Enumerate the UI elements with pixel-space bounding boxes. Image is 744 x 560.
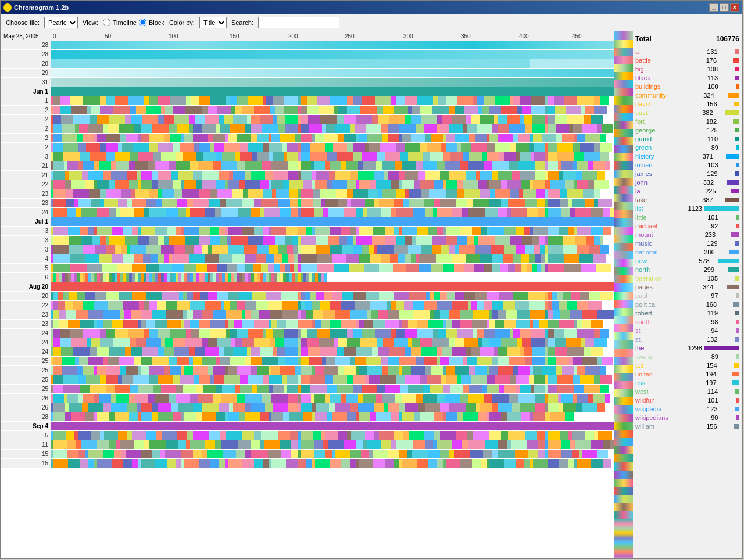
legend-item[interactable]: music129 [635, 239, 739, 247]
legend-item-count: 110 [698, 135, 718, 142]
row-label: 28 [1, 59, 51, 68]
legend-item[interactable]: william156 [635, 422, 739, 430]
legend-item[interactable]: community324 [635, 91, 739, 99]
row-label: 3 [1, 227, 51, 235]
row-label: 20 [1, 292, 51, 300]
row-bar [51, 161, 614, 170]
legend-item[interactable]: the1298 [635, 344, 739, 352]
legend-item[interactable]: james129 [635, 170, 739, 178]
legend-item[interactable]: robert119 [635, 309, 739, 317]
row-bar [51, 310, 614, 319]
legend-item-count: 89 [698, 144, 718, 151]
legend-item[interactable]: george125 [635, 126, 739, 134]
legend-item[interactable]: list1123 [635, 204, 739, 213]
chart-row: 28 [1, 50, 614, 59]
legend-item[interactable]: grand110 [635, 135, 739, 143]
legend-item[interactable]: new578 [635, 257, 739, 265]
row-bar [51, 431, 614, 440]
row-bar [51, 96, 614, 105]
row-bar [51, 292, 614, 300]
legend-item-bar [734, 424, 739, 429]
legend-item[interactable]: michael92 [635, 222, 739, 230]
chart-row: 2 [1, 115, 614, 124]
row-bar [51, 412, 614, 421]
legend-item-count: 156 [697, 100, 717, 107]
row-label: 3 [1, 236, 51, 245]
legend-item-label: indian [635, 161, 682, 168]
legend-item[interactable]: history371 [635, 152, 739, 160]
row-label: 24 [1, 208, 51, 217]
timeline-radio[interactable] [103, 19, 110, 26]
legend-item[interactable]: national286 [635, 248, 739, 256]
legend-item[interactable]: st94 [635, 326, 739, 335]
legend-item[interactable]: wikipedians90 [635, 414, 739, 422]
chart-row: 29 [1, 69, 614, 78]
legend-item[interactable]: political168 [635, 300, 739, 308]
legend-item[interactable]: south98 [635, 318, 739, 326]
legend-item[interactable]: a131 [635, 48, 739, 56]
legend-item[interactable]: john332 [635, 178, 739, 186]
row-label: 28 [1, 50, 51, 59]
legend-item[interactable]: battle176 [635, 56, 739, 64]
chart-date-label: May 28, 2005 [3, 33, 39, 40]
legend-item-count: 100 [698, 83, 718, 90]
legend-item[interactable]: little101 [635, 213, 739, 221]
legend-item-bar [736, 320, 739, 324]
app-icon [3, 3, 12, 12]
block-radio[interactable] [139, 19, 146, 26]
legend-item-label: grand [635, 135, 682, 142]
color-by-selector[interactable]: Title [199, 17, 227, 28]
row-label: 26 [1, 403, 51, 412]
legend-item[interactable]: uss197 [635, 379, 739, 387]
legend-item[interactable]: david156 [635, 100, 739, 108]
legend-item[interactable]: lake387 [635, 196, 739, 204]
legend-item[interactable]: west114 [635, 387, 739, 396]
legend-item[interactable]: east382 [635, 109, 739, 117]
legend-item[interactable]: la225 [635, 187, 739, 195]
legend-item-count: 129 [698, 170, 718, 177]
legend-item[interactable]: fort182 [635, 117, 739, 125]
legend-item-bar [735, 128, 739, 132]
legend-item[interactable]: operation105 [635, 274, 739, 282]
legend-item[interactable]: wikipedia123 [635, 405, 739, 413]
legend-item-label: fort [635, 118, 682, 125]
legend-item-label: st. [635, 336, 682, 343]
legend-item[interactable]: pages344 [635, 283, 739, 291]
legend-item[interactable]: mount233 [635, 231, 739, 239]
search-input[interactable] [258, 17, 339, 28]
legend-item[interactable]: black113 [635, 74, 739, 82]
close-button[interactable]: ✕ [730, 3, 739, 12]
chart-row: 21 [1, 161, 614, 171]
legend-item-label: new [635, 257, 682, 264]
file-selector[interactable]: Pearle [44, 17, 78, 28]
legend-item-bar [735, 171, 739, 176]
ruler-200: 200 [288, 33, 298, 40]
row-label: 2 [1, 106, 51, 114]
legend-item[interactable]: st.132 [635, 335, 739, 343]
legend-item[interactable]: indian103 [635, 161, 739, 169]
legend-item-label: big [635, 66, 682, 73]
legend-item[interactable]: buildings100 [635, 82, 739, 91]
legend-item-bar [736, 415, 739, 420]
legend-item[interactable]: u.s.154 [635, 361, 739, 369]
legend-item[interactable]: north299 [635, 265, 739, 274]
row-label: 2 [1, 115, 51, 124]
row-label: 5 [1, 431, 51, 440]
legend-item-bar [735, 337, 739, 342]
row-bar [51, 301, 614, 310]
row-label: 23 [1, 320, 51, 328]
legend-item[interactable]: united194 [635, 370, 739, 378]
row-label: 2 [1, 134, 51, 142]
rows-container: 2828282931Jun 11222223212122232324Jul 13… [1, 41, 614, 558]
legend-item[interactable]: wikifun101 [635, 396, 739, 404]
legend-item[interactable]: big108 [635, 65, 739, 73]
chart-row: 28 [1, 412, 614, 422]
legend-item-bar [735, 276, 739, 281]
maximize-button[interactable]: □ [720, 3, 729, 12]
row-bar [51, 199, 614, 207]
legend-item[interactable]: green89 [635, 143, 739, 152]
legend-item-bar [736, 215, 739, 220]
minimize-button[interactable]: _ [709, 3, 718, 12]
legend-item[interactable]: towns89 [635, 353, 739, 361]
legend-item[interactable]: paul97 [635, 292, 739, 300]
